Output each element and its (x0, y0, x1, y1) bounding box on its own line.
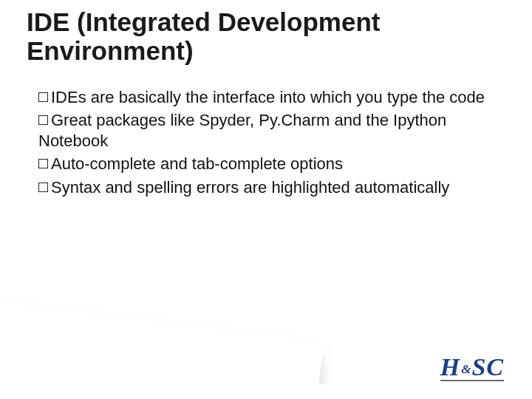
bullet-item: IDEs are basically the interface into wh… (38, 87, 489, 108)
bullet-lead: IDEs (51, 88, 86, 106)
logo-right: SC (471, 353, 504, 381)
slide-body: IDEs are basically the interface into wh… (38, 87, 489, 200)
logo-underline (440, 380, 504, 381)
slide: IDE (Integrated Development Environment)… (0, 0, 532, 399)
bullet-item: Great packages like Spyder, Py.Charm and… (38, 110, 489, 151)
bullet-text: and tab-complete options (156, 154, 343, 173)
bullet-item: Syntax and spelling errors are highlight… (38, 177, 489, 198)
slide-title: IDE (Integrated Development Environment) (27, 7, 502, 65)
bullet-lead: Great (51, 111, 92, 129)
bullet-lead: Syntax (51, 178, 100, 197)
bullet-text: and spelling errors are highlighted auto… (100, 178, 449, 197)
square-bullet-icon (38, 159, 48, 168)
square-bullet-icon (38, 92, 48, 102)
logo-left: H (440, 353, 460, 381)
logo: H&SC (440, 353, 504, 381)
logo-ampersand: & (461, 362, 471, 376)
bullet-text: are basically the interface into which y… (86, 88, 485, 106)
bullet-text: packages like Spyder, Py.Charm and the I… (38, 111, 446, 150)
bullet-lead: Auto-complete (51, 154, 156, 173)
square-bullet-icon (38, 183, 48, 192)
bullet-item: Auto-complete and tab-complete options (38, 154, 489, 174)
square-bullet-icon (38, 115, 48, 125)
